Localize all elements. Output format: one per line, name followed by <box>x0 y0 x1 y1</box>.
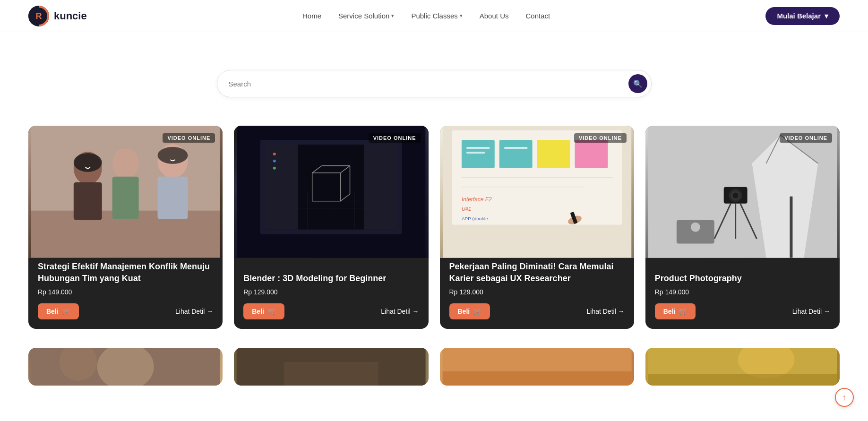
svg-rect-72 <box>442 371 631 386</box>
nav-contact[interactable]: Contact <box>525 12 550 20</box>
card-3-overlay: VIDEO ONLINE Pekerjaan Paling Diminati! … <box>440 126 634 329</box>
card-2-beli-button[interactable]: Beli 🛒 <box>243 303 284 319</box>
card-4-lihat-detil[interactable]: Lihat Detil → <box>792 308 830 315</box>
brand-name: kuncie <box>54 10 87 22</box>
card-1-beli-button[interactable]: Beli 🛒 <box>38 303 79 319</box>
arrow-icon-1: → <box>206 308 213 315</box>
card-2-overlay: VIDEO ONLINE Blender : 3D Modeling for B… <box>234 126 428 329</box>
search-input[interactable] <box>229 80 628 88</box>
card-3-beli-label: Beli <box>458 308 470 315</box>
nav-classes-link[interactable]: Public Classes <box>411 12 457 20</box>
search-button[interactable]: 🔍 <box>628 74 647 93</box>
svg-point-65 <box>97 348 154 386</box>
card-3-price: Rp 129.000 <box>449 288 625 296</box>
classes-chevron-icon: ▾ <box>460 13 463 19</box>
card-2-title: Blender : 3D Modeling for Beginner <box>243 273 419 284</box>
nav-about-link[interactable]: About Us <box>480 12 509 20</box>
card-3-beli-button[interactable]: Beli 🛒 <box>449 303 490 319</box>
course-card-4[interactable]: VIDEO ONLINE Product Photography Rp 149.… <box>645 126 840 329</box>
card-4-actions: Beli 🛒 Lihat Detil → <box>655 303 830 319</box>
card-3-lihat-detil[interactable]: Lihat Detil → <box>586 308 624 315</box>
card-4-badge: VIDEO ONLINE <box>780 133 832 143</box>
card-1-price: Rp 149.000 <box>38 288 213 296</box>
bottom-card-2[interactable] <box>234 348 428 386</box>
arrow-icon-4: → <box>824 308 830 315</box>
mulai-belajar-label: Mulai Belajar <box>777 12 821 20</box>
bottom-card-4[interactable] <box>645 348 840 386</box>
scroll-top-icon: ↑ <box>842 393 847 395</box>
card-3-title: Pekerjaan Paling Diminati! Cara Memulai … <box>449 261 625 284</box>
cart-icon-1: 🛒 <box>62 308 70 315</box>
card-4-beli-button[interactable]: Beli 🛒 <box>655 303 696 319</box>
nav-public-classes[interactable]: Public Classes ▾ <box>411 12 462 20</box>
cart-icon-3: 🛒 <box>473 308 481 315</box>
bottom-card-3[interactable] <box>440 348 634 386</box>
course-card-2[interactable]: VIDEO ONLINE Blender : 3D Modeling for B… <box>234 126 428 329</box>
card-3-badge: VIDEO ONLINE <box>574 133 627 143</box>
nav-home[interactable]: Home <box>302 12 321 20</box>
bottom-cards-grid <box>28 348 840 386</box>
navbar: R kuncie Home Service Solution ▾ Public … <box>0 0 868 32</box>
bottom-card-1[interactable] <box>28 348 223 386</box>
logo[interactable]: R kuncie <box>28 6 87 26</box>
card-4-price: Rp 149.000 <box>655 288 830 296</box>
logo-icon: R <box>28 6 49 26</box>
cart-icon-4: 🛒 <box>679 308 687 315</box>
mulai-belajar-button[interactable]: Mulai Belajar ▾ <box>765 7 840 25</box>
card-2-beli-label: Beli <box>252 308 264 315</box>
card-4-overlay: VIDEO ONLINE Product Photography Rp 149.… <box>645 126 840 329</box>
cards-grid: VIDEO ONLINE Strategi Efektif Manajemen … <box>28 126 840 329</box>
card-4-beli-label: Beli <box>663 308 676 315</box>
nav-about-us[interactable]: About Us <box>480 12 509 20</box>
card-1-lihat-detil[interactable]: Lihat Detil → <box>175 308 213 315</box>
card-1-badge: VIDEO ONLINE <box>163 133 215 143</box>
card-1-beli-label: Beli <box>46 308 59 315</box>
nav-home-link[interactable]: Home <box>302 12 321 20</box>
course-card-3[interactable]: Interface F2 U#1 APP (double VIDEO ONLIN… <box>440 126 634 329</box>
svg-rect-69 <box>284 362 378 386</box>
card-2-actions: Beli 🛒 Lihat Detil → <box>243 303 419 319</box>
card-2-lihat-detil[interactable]: Lihat Detil → <box>381 308 419 315</box>
main-nav: Home Service Solution ▾ Public Classes ▾… <box>302 12 550 20</box>
card-2-badge: VIDEO ONLINE <box>369 133 421 143</box>
svg-rect-75 <box>648 374 837 386</box>
search-icon: 🔍 <box>633 79 643 88</box>
course-card-1[interactable]: VIDEO ONLINE Strategi Efektif Manajemen … <box>28 126 223 329</box>
svg-text:R: R <box>36 11 42 21</box>
cart-icon-2: 🛒 <box>268 308 276 315</box>
service-chevron-icon: ▾ <box>391 13 394 19</box>
card-4-title: Product Photography <box>655 273 830 284</box>
card-1-title: Strategi Efektif Manajemen Konflik Menuj… <box>38 261 213 284</box>
search-section: 🔍 <box>0 32 868 126</box>
nav-service-solution[interactable]: Service Solution ▾ <box>338 12 394 20</box>
card-3-actions: Beli 🛒 Lihat Detil → <box>449 303 625 319</box>
mulai-chevron-icon: ▾ <box>825 12 828 20</box>
arrow-icon-2: → <box>413 308 419 315</box>
card-1-actions: Beli 🛒 Lihat Detil → <box>38 303 213 319</box>
card-1-overlay: VIDEO ONLINE Strategi Efektif Manajemen … <box>28 126 223 329</box>
nav-service-link[interactable]: Service Solution <box>338 12 389 20</box>
search-bar: 🔍 <box>217 70 652 97</box>
nav-contact-link[interactable]: Contact <box>525 12 550 20</box>
card-2-price: Rp 129.000 <box>243 288 419 296</box>
cards-section: VIDEO ONLINE Strategi Efektif Manajemen … <box>0 126 868 348</box>
bottom-cards-section <box>0 348 868 395</box>
arrow-icon-3: → <box>618 308 625 315</box>
